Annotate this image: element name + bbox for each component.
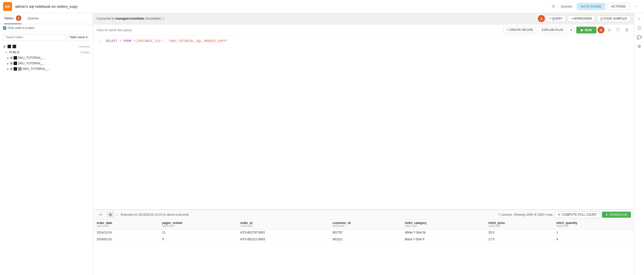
results-area: </> ⊞ ✓ Executed on 2024/02/16 14:10 (in… <box>93 210 634 275</box>
schema-color-icon <box>8 45 11 48</box>
search-input[interactable] <box>3 34 65 40</box>
table-color-icon2 <box>18 67 22 71</box>
schema-count: 1 schema <box>78 45 90 48</box>
col-tshirt-category: tshirt_category VARCHAR <box>401 220 485 229</box>
history-button[interactable]: ⏱ <box>614 27 621 33</box>
play-icon: ▶ <box>581 28 583 32</box>
connection-name: managed-snowflake <box>115 17 144 20</box>
schema-stack-icon: ⊞ <box>3 44 6 49</box>
back-icon[interactable]: ← <box>632 3 641 10</box>
col-order-date: order_date VARCHAR <box>93 220 159 229</box>
copy-button[interactable]: ⧉ <box>607 27 612 33</box>
compute-full-count-button[interactable]: ↻ COMPUTE FULL COUNT <box>555 211 600 218</box>
table-grid-icon: ⊞ <box>10 62 13 65</box>
sidebar-filters: Only used in project <box>0 24 93 32</box>
explain-plan-dropdown[interactable]: ▾ <box>569 27 574 33</box>
run-button[interactable]: ▶ RUN <box>576 27 596 33</box>
table-name: DKU_TUTORIAL_... <box>18 56 45 60</box>
add-icon[interactable]: + <box>635 15 643 23</box>
far-right-panel: + ⓘ 💬 ⚙ <box>634 13 644 275</box>
annotation-badge-4: 4 <box>597 26 605 33</box>
top-bar: SQL admin's sql notebook on orders_copy … <box>0 0 644 13</box>
expand-arrow[interactable]: ▼ <box>5 51 8 54</box>
table-header-row: order_date VARCHAR pages_visited VARCHAR… <box>93 220 634 229</box>
check-icon: ✓ <box>116 213 119 217</box>
explain-plan-button[interactable]: EXPLAIN PLAN <box>538 27 566 33</box>
tables-badge: 2 <box>16 15 21 21</box>
code-line-1: 1 SELECT * FROM "{INSTANCE_ID}" . "DKU_T… <box>97 39 630 44</box>
query-toolbar: Connected to managed-snowflake (Snowflak… <box>93 13 634 24</box>
col-order-id: order_id VARCHAR <box>237 220 329 229</box>
info-icon[interactable]: ⓘ <box>162 17 165 20</box>
col-pages-visited: pages_visited VARCHAR <box>159 220 237 229</box>
page-title: admin's sql notebook on orders_copy <box>15 4 549 9</box>
tab-tables[interactable]: Tables 2 <box>4 13 21 24</box>
refresh-icon: ↻ <box>558 213 560 216</box>
table-color-icon <box>14 67 17 71</box>
settings-icon[interactable]: ⚙ <box>635 42 643 50</box>
table-row: 2016/01/159HTS-061311-0003061311Black T-… <box>93 236 634 243</box>
autosaved-button[interactable]: AUTO-SAVED <box>577 3 605 10</box>
add-markdown-button[interactable]: + MARKDOWN <box>568 15 595 22</box>
table-expand-arrow[interactable]: ▶ <box>7 57 9 59</box>
table-color-icon <box>14 62 17 65</box>
nav-queries[interactable]: Queries <box>558 3 575 10</box>
table-view-button[interactable]: ⊞ <box>107 212 114 217</box>
annotation-badge-1: 1 <box>538 15 545 22</box>
table-name-select[interactable]: Table name ▾ <box>67 34 90 40</box>
right-panel: Connected to managed-snowflake (Snowflak… <box>93 13 634 275</box>
code-content: SELECT * FROM "{INSTANCE_ID}" . "DKU_TUT… <box>106 39 227 44</box>
delete-button[interactable]: 🗑 <box>623 27 630 33</box>
table-name: DKU_TUTORIAL_... <box>23 67 50 71</box>
sidebar-tabs: Tables 2 Queries <box>0 13 93 24</box>
table-grid-icon: ⊞ <box>10 67 13 71</box>
actions-button[interactable]: ACTIONS <box>607 3 629 10</box>
table-row: 2014/11/1411HTS-801797-0001801797White T… <box>93 229 634 236</box>
col-tshirt-price: tshirt_price VARCHAR <box>485 220 553 229</box>
gear-icon[interactable]: ⚙ <box>552 4 555 9</box>
download-button[interactable]: ⬇ DOWNLOAD <box>602 212 631 218</box>
table-expand-arrow[interactable]: ▶ <box>7 68 9 70</box>
editor-area: + CREATE RECIPE EXPLAIN PLAN ▾ ▶ RUN 4 ⧉… <box>93 24 634 275</box>
download-icon: ⬇ <box>606 213 608 216</box>
sidebar-tree: ⊞ 1 schema ▼ PUBLIC 3 tables ▶ ⊞ DKU_TUT… <box>0 42 93 275</box>
info-panel-icon[interactable]: ⓘ <box>635 24 643 32</box>
top-bar-actions: Queries AUTO-SAVED ACTIONS <box>558 3 629 10</box>
code-editor[interactable]: 1 SELECT * FROM "{INSTANCE_ID}" . "DKU_T… <box>93 36 634 210</box>
chat-icon[interactable]: 💬 <box>635 33 643 41</box>
data-table-wrap: order_date VARCHAR pages_visited VARCHAR… <box>93 220 634 275</box>
schema-header-row: ⊞ 1 schema <box>0 43 93 50</box>
main-layout: Tables 2 Queries Only used in project Ta… <box>0 13 644 275</box>
sql-logo: SQL <box>3 2 12 11</box>
chevron-down-icon: ▾ <box>86 35 88 39</box>
col-tshirt-quantity: tshirt_quantity VARCHAR <box>553 220 634 229</box>
query-name-input[interactable] <box>97 28 501 32</box>
col-customer-id: customer_id VARCHAR <box>329 220 401 229</box>
tab-queries[interactable]: Queries <box>27 14 39 23</box>
create-recipe-button[interactable]: + CREATE RECIPE <box>503 27 536 33</box>
sidebar: Tables 2 Queries Only used in project Ta… <box>0 13 93 275</box>
code-samples-button[interactable]: {} CODE SAMPLES <box>597 15 630 22</box>
query-name-bar: + CREATE RECIPE EXPLAIN PLAN ▾ ▶ RUN 4 ⧉… <box>93 24 634 36</box>
table-row[interactable]: ▶ ⊞ DKU_TUTORIAL_... <box>0 66 93 72</box>
table-row[interactable]: ▶ ⊞ DKU_TUTORIAL_... <box>0 55 93 61</box>
table-name: DKU_TUTORIAL_... <box>18 62 45 65</box>
table-color-icon <box>14 56 17 60</box>
only-in-project-checkbox[interactable]: Only used in project <box>3 26 34 30</box>
schema-color-icon2 <box>13 45 16 48</box>
public-schema-row[interactable]: ▼ PUBLIC 3 tables <box>0 50 93 55</box>
tables-count: 3 tables <box>80 51 90 54</box>
search-row: Table name ▾ <box>0 32 93 42</box>
add-query-button[interactable]: + QUERY <box>546 15 566 22</box>
line-number: 1 <box>97 39 102 44</box>
results-table: order_date VARCHAR pages_visited VARCHAR… <box>93 220 634 243</box>
connection-info: Connected to managed-snowflake (Snowflak… <box>97 17 536 21</box>
schema-name: PUBLIC <box>9 51 20 54</box>
code-view-button[interactable]: </> <box>96 212 105 217</box>
results-toolbar: </> ⊞ ✓ Executed on 2024/02/16 14:10 (in… <box>93 210 634 220</box>
table-expand-arrow[interactable]: ▶ <box>7 62 9 65</box>
executed-info: Executed on 2024/02/16 14:10 (in about a… <box>121 213 189 216</box>
table-row[interactable]: ▶ ⊞ DKU_TUTORIAL_... 3 <box>0 61 93 66</box>
table-grid-icon: ⊞ <box>10 56 13 60</box>
row-count: 7 columns. Showing 1000 of 1000+ rows <box>498 213 553 216</box>
